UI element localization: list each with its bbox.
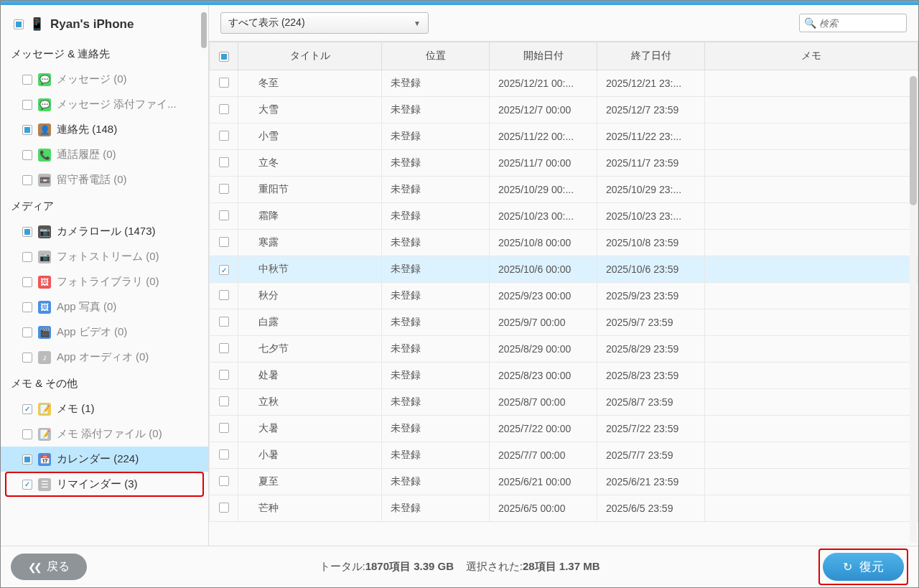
row-checkbox[interactable] — [219, 290, 229, 300]
row-checkbox[interactable] — [219, 184, 229, 194]
table-row[interactable]: 小暑未登録2025/7/7 00:002025/7/7 23:59 — [210, 442, 918, 469]
sidebar-memo-item-0[interactable]: 📝メモ (1) — [1, 396, 208, 421]
header-start[interactable]: 開始日付 — [490, 42, 597, 70]
table-scrollbar[interactable] — [910, 76, 917, 543]
row-checkbox[interactable] — [219, 157, 229, 167]
sidebar-item-checkbox[interactable] — [22, 353, 32, 363]
sidebar-item-checkbox[interactable] — [22, 480, 32, 490]
table-scroll-thumb[interactable] — [910, 76, 917, 205]
row-checkbox[interactable] — [219, 423, 229, 433]
search-input[interactable] — [819, 18, 902, 29]
sidebar-item-label: 通話履歴 (0) — [57, 148, 116, 162]
cell-end: 2025/12/7 23:59 — [597, 97, 705, 123]
table-row[interactable]: 芒种未登録2025/6/5 00:002025/6/5 23:59 — [210, 495, 918, 522]
row-checkbox[interactable] — [219, 370, 229, 380]
row-checkbox[interactable] — [219, 104, 229, 114]
row-checkbox[interactable] — [219, 476, 229, 486]
header-memo[interactable]: メモ — [705, 42, 918, 70]
sidebar-scroll-thumb[interactable] — [201, 12, 207, 48]
sidebar-media-item-2[interactable]: 🖼フォトライブラリ (0) — [1, 269, 208, 294]
cell-title: 重阳节 — [238, 177, 382, 203]
sidebar-item-checkbox[interactable] — [22, 227, 32, 237]
table-row[interactable]: 秋分未登録2025/9/23 00:002025/9/23 23:59 — [210, 283, 918, 309]
sidebar-item-checkbox[interactable] — [22, 454, 32, 465]
sidebar-messages-item-4[interactable]: 📼留守番電話 (0) — [1, 167, 208, 192]
row-checkbox[interactable] — [219, 131, 229, 141]
table-row[interactable]: 处暑未登録2025/8/23 00:002025/8/23 23:59 — [210, 363, 918, 389]
table-row[interactable]: 小雪未登録2025/11/22 00:...2025/11/22 23:... — [210, 123, 918, 150]
sidebar-item-checkbox[interactable] — [22, 277, 32, 287]
table-row[interactable]: 大雪未登録2025/12/7 00:002025/12/7 23:59 — [210, 97, 918, 123]
back-button[interactable]: ❮❮ 戻る — [11, 554, 87, 580]
select-all-checkbox[interactable] — [219, 52, 229, 62]
filter-dropdown[interactable]: すべて表示 (224) ▼ — [220, 12, 429, 34]
cell-title: 小暑 — [238, 442, 382, 469]
header-checkbox-cell — [210, 42, 238, 70]
table-row[interactable]: 大暑未登録2025/7/22 00:002025/7/22 23:59 — [210, 416, 918, 442]
category-icon: 🎬 — [38, 326, 51, 339]
sidebar-messages-item-2[interactable]: 👤連絡先 (148) — [1, 117, 208, 142]
sidebar-media-item-5[interactable]: ♪App オーディオ (0) — [1, 345, 208, 370]
cell-location: 未登録 — [382, 70, 490, 97]
sidebar-item-checkbox[interactable] — [22, 175, 32, 185]
table-row[interactable]: 立冬未登録2025/11/7 00:002025/11/7 23:59 — [210, 150, 918, 177]
table-row[interactable]: 白露未登録2025/9/7 00:002025/9/7 23:59 — [210, 309, 918, 336]
restore-button[interactable]: ↻ 復元 — [823, 553, 904, 581]
table-row[interactable]: 寒露未登録2025/10/8 00:002025/10/8 23:59 — [210, 230, 918, 256]
cell-location: 未登録 — [382, 495, 490, 522]
category-icon: 📷 — [38, 225, 51, 238]
sidebar-memo-item-3[interactable]: ☰リマインダー (3) — [5, 472, 204, 497]
device-checkbox[interactable] — [14, 19, 24, 29]
row-checkbox[interactable] — [219, 265, 229, 275]
row-checkbox[interactable] — [219, 237, 229, 247]
row-checkbox[interactable] — [219, 78, 229, 88]
sidebar-memo-item-1[interactable]: 📝メモ 添付ファイル (0) — [1, 421, 208, 447]
table-row[interactable]: 七夕节未登録2025/8/29 00:002025/8/29 23:59 — [210, 336, 918, 363]
search-box[interactable]: 🔍 — [799, 14, 907, 32]
sidebar-item-checkbox[interactable] — [22, 252, 32, 262]
header-title[interactable]: タイトル — [238, 42, 382, 70]
sidebar-item-checkbox[interactable] — [22, 125, 32, 135]
sidebar-item-checkbox[interactable] — [22, 327, 32, 337]
row-checkbox[interactable] — [219, 210, 229, 220]
sidebar-media-item-0[interactable]: 📷カメラロール (1473) — [1, 219, 208, 244]
table-row[interactable]: 中秋节未登録2025/10/6 00:002025/10/6 23:59 — [210, 256, 918, 283]
sidebar-media-item-1[interactable]: 📷フォトストリーム (0) — [1, 244, 208, 269]
sidebar-messages-item-3[interactable]: 📞通話履歴 (0) — [1, 142, 208, 167]
cell-start: 2025/10/6 00:00 — [490, 256, 597, 283]
sidebar-item-checkbox[interactable] — [22, 100, 32, 110]
cell-memo — [705, 389, 918, 416]
table-row[interactable]: 霜降未登録2025/10/23 00:...2025/10/23 23:... — [210, 203, 918, 230]
row-checkbox[interactable] — [219, 343, 229, 353]
sidebar-media-item-4[interactable]: 🎬App ビデオ (0) — [1, 319, 208, 345]
row-checkbox[interactable] — [219, 317, 229, 327]
table-row[interactable]: 立秋未登録2025/8/7 00:002025/8/7 23:59 — [210, 389, 918, 416]
cell-memo — [705, 495, 918, 522]
sidebar-item-label: フォトライブラリ (0) — [57, 275, 159, 289]
header-location[interactable]: 位置 — [382, 42, 490, 70]
sidebar-scrollbar[interactable] — [201, 12, 207, 538]
sidebar-item-checkbox[interactable] — [22, 404, 32, 414]
sidebar-media-item-3[interactable]: 🖼App 写真 (0) — [1, 294, 208, 319]
sidebar-item-checkbox[interactable] — [22, 75, 32, 85]
table-row[interactable]: 重阳节未登録2025/10/29 00:...2025/10/29 23:... — [210, 177, 918, 203]
table-row[interactable]: 冬至未登録2025/12/21 00:...2025/12/21 23:... — [210, 70, 918, 97]
cell-title: 七夕节 — [238, 336, 382, 363]
row-checkbox[interactable] — [219, 449, 229, 459]
cell-end: 2025/10/23 23:... — [597, 203, 705, 230]
sidebar-item-checkbox[interactable] — [22, 150, 32, 160]
table-header-row: タイトル 位置 開始日付 終了日付 メモ — [210, 42, 918, 70]
cell-start: 2025/10/8 00:00 — [490, 230, 597, 256]
cell-end: 2025/10/29 23:... — [597, 177, 705, 203]
table-row[interactable]: 夏至未登録2025/6/21 00:002025/6/21 23:59 — [210, 469, 918, 495]
sidebar-item-checkbox[interactable] — [22, 302, 32, 312]
header-end[interactable]: 終了日付 — [597, 42, 705, 70]
sidebar-messages-item-1[interactable]: 💬メッセージ 添付ファイ... — [1, 92, 208, 117]
row-checkbox[interactable] — [219, 396, 229, 406]
sidebar-memo-item-2[interactable]: 📅カレンダー (224) — [1, 447, 208, 472]
main-area: 📱 Ryan's iPhone メッセージ & 連絡先 💬メッセージ (0)💬メ… — [1, 5, 918, 546]
cell-location: 未登録 — [382, 203, 490, 230]
row-checkbox[interactable] — [219, 503, 229, 513]
sidebar-item-checkbox[interactable] — [22, 429, 32, 439]
sidebar-messages-item-0[interactable]: 💬メッセージ (0) — [1, 67, 208, 92]
